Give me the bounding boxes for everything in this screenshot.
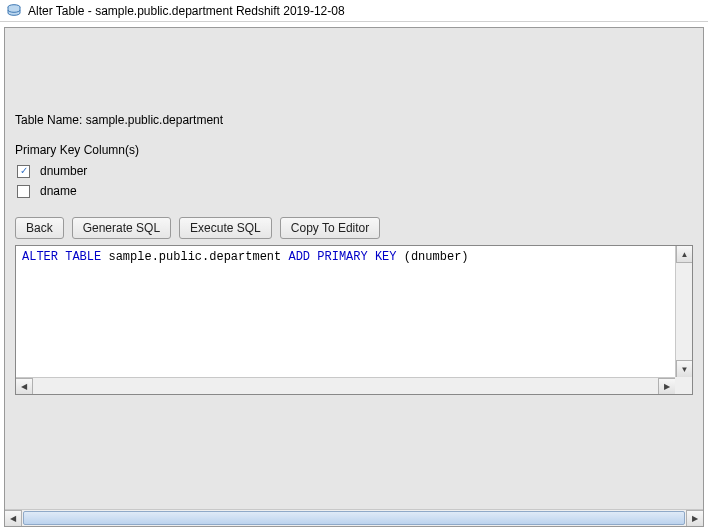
table-name-row: Table Name: sample.public.department — [15, 113, 693, 127]
sql-object: sample.public.department — [108, 250, 281, 264]
scroll-right-icon[interactable]: ▶ — [686, 510, 703, 526]
sql-kw-add: ADD — [288, 250, 310, 264]
sql-text[interactable]: ALTER TABLE sample.public.department ADD… — [16, 246, 675, 377]
primary-key-label: Primary Key Column(s) — [15, 143, 693, 157]
sql-kw-primary: PRIMARY — [317, 250, 367, 264]
pk-column-name: dname — [40, 184, 77, 198]
sql-kw-key: KEY — [375, 250, 397, 264]
dialog-client: Table Name: sample.public.department Pri… — [4, 27, 704, 527]
execute-sql-button[interactable]: Execute SQL — [179, 217, 272, 239]
sql-args: (dnumber) — [404, 250, 469, 264]
checkbox-dname[interactable] — [17, 185, 30, 198]
pk-column-name: dnumber — [40, 164, 87, 178]
dialog-horizontal-scrollbar[interactable]: ◀ ▶ — [5, 509, 703, 526]
database-icon — [6, 3, 22, 19]
scroll-down-icon[interactable]: ▼ — [676, 360, 692, 377]
dialog-client-outer: Table Name: sample.public.department Pri… — [0, 22, 708, 531]
checkbox-dnumber[interactable]: ✓ — [17, 165, 30, 178]
scroll-right-icon[interactable]: ▶ — [658, 378, 675, 394]
table-name-value: sample.public.department — [86, 113, 223, 127]
generate-sql-button[interactable]: Generate SQL — [72, 217, 171, 239]
pk-row-dnumber[interactable]: ✓ dnumber — [15, 161, 195, 181]
sql-horizontal-scrollbar[interactable]: ◀ ▶ — [16, 377, 675, 394]
scroll-left-icon[interactable]: ◀ — [5, 510, 22, 526]
button-row: Back Generate SQL Execute SQL Copy To Ed… — [15, 217, 693, 239]
window-title: Alter Table - sample.public.department R… — [28, 4, 345, 18]
primary-key-list: ✓ dnumber dname — [15, 161, 693, 201]
scroll-thumb[interactable] — [23, 511, 685, 525]
table-name-label: Table Name: — [15, 113, 82, 127]
scroll-corner — [675, 377, 692, 394]
scroll-up-icon[interactable]: ▲ — [676, 246, 692, 263]
sql-vertical-scrollbar[interactable]: ▲ ▼ — [675, 246, 692, 377]
back-button[interactable]: Back — [15, 217, 64, 239]
pk-row-dname[interactable]: dname — [15, 181, 195, 201]
sql-kw-alter: ALTER — [22, 250, 58, 264]
sql-panel: ALTER TABLE sample.public.department ADD… — [15, 245, 693, 395]
copy-to-editor-button[interactable]: Copy To Editor — [280, 217, 381, 239]
content-area: Table Name: sample.public.department Pri… — [5, 28, 703, 509]
scroll-left-icon[interactable]: ◀ — [16, 378, 33, 394]
sql-kw-table: TABLE — [65, 250, 101, 264]
title-bar: Alter Table - sample.public.department R… — [0, 0, 708, 22]
